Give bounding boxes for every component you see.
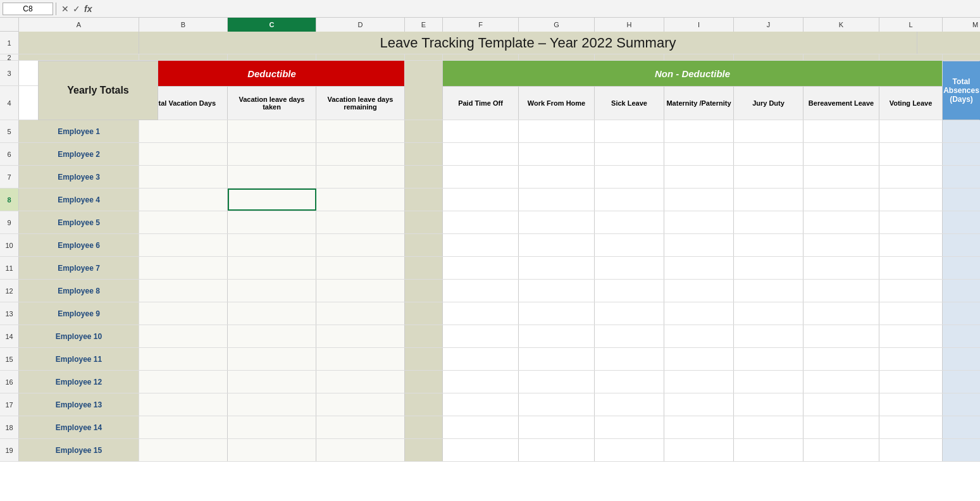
cell-h9[interactable] — [595, 211, 664, 233]
cell-c5[interactable] — [228, 120, 316, 142]
cell-i7[interactable] — [664, 166, 734, 188]
confirm-icon[interactable]: ✓ — [73, 4, 80, 14]
cell-d10[interactable] — [316, 234, 405, 256]
cell-e7[interactable] — [405, 166, 443, 188]
cell-g14[interactable] — [519, 325, 595, 347]
cell-i9[interactable] — [664, 211, 734, 233]
cell-g9[interactable] — [519, 211, 595, 233]
cell-m5[interactable] — [943, 120, 980, 142]
cell-i18[interactable] — [664, 416, 734, 438]
cell-b18[interactable] — [139, 416, 228, 438]
cell-m14[interactable] — [943, 325, 980, 347]
cell-h7[interactable] — [595, 166, 664, 188]
subheader-vacation-leave-taken[interactable]: Vacation leave days taken — [228, 86, 316, 120]
cell-i14[interactable] — [664, 325, 734, 347]
cell-g2[interactable] — [519, 54, 595, 60]
cell-j7[interactable] — [734, 166, 803, 188]
cell-j14[interactable] — [734, 325, 803, 347]
cell-h2[interactable] — [595, 54, 664, 60]
cell-i13[interactable] — [664, 302, 734, 325]
cell-b9[interactable] — [139, 211, 228, 233]
cell-m19[interactable] — [943, 439, 980, 461]
cell-b6[interactable] — [139, 143, 228, 165]
cell-d16[interactable] — [316, 371, 405, 393]
cell-k5[interactable] — [803, 120, 879, 142]
cell-b5[interactable] — [139, 120, 228, 142]
cell-f10[interactable] — [443, 234, 519, 256]
cell-j5[interactable] — [734, 120, 803, 142]
subheader-maternity-paternity[interactable]: Maternity /Paternity — [664, 86, 734, 120]
cell-d9[interactable] — [316, 211, 405, 233]
cell-f5[interactable] — [443, 120, 519, 142]
cell-d15[interactable] — [316, 348, 405, 370]
cell-k9[interactable] — [803, 211, 879, 233]
cell-j2[interactable] — [734, 54, 803, 60]
employee-8-cell[interactable]: Employee 8 — [19, 280, 139, 302]
cell-i17[interactable] — [664, 393, 734, 416]
subheader-bereavement-leave[interactable]: Bereavement Leave — [803, 86, 879, 120]
cell-e9[interactable] — [405, 211, 443, 233]
cell-g13[interactable] — [519, 302, 595, 325]
cell-j16[interactable] — [734, 371, 803, 393]
cell-j10[interactable] — [734, 234, 803, 256]
subheader-vacation-leave-remaining[interactable]: Vacation leave days remaining — [316, 86, 405, 120]
cell-d7[interactable] — [316, 166, 405, 188]
cell-d19[interactable] — [316, 439, 405, 461]
cell-l2[interactable] — [879, 54, 943, 60]
col-header-g[interactable]: G — [519, 18, 595, 32]
cell-h6[interactable] — [595, 143, 664, 165]
cell-b2[interactable] — [139, 54, 228, 60]
cell-k8[interactable] — [803, 189, 879, 211]
cell-e19[interactable] — [405, 439, 443, 461]
cell-c8[interactable] — [228, 189, 316, 211]
cell-f8[interactable] — [443, 189, 519, 211]
cell-k10[interactable] — [803, 234, 879, 256]
cell-e4[interactable] — [405, 86, 443, 120]
cell-l5[interactable] — [879, 120, 943, 142]
cell-a1[interactable] — [19, 32, 139, 54]
cell-l6[interactable] — [879, 143, 943, 165]
cell-e18[interactable] — [405, 416, 443, 438]
cell-m12[interactable] — [943, 280, 980, 302]
cell-j13[interactable] — [734, 302, 803, 325]
function-icon[interactable]: fx — [84, 4, 92, 14]
cell-e8[interactable] — [405, 189, 443, 211]
cell-d17[interactable] — [316, 393, 405, 416]
employee-1-cell[interactable]: Employee 1 — [19, 120, 139, 142]
cell-f19[interactable] — [443, 439, 519, 461]
cell-k12[interactable] — [803, 280, 879, 302]
cell-g15[interactable] — [519, 348, 595, 370]
cell-d13[interactable] — [316, 302, 405, 325]
cell-reference-box[interactable]: C8 — [3, 3, 53, 15]
cell-e14[interactable] — [405, 325, 443, 347]
col-header-m[interactable]: M — [943, 18, 980, 32]
cell-c14[interactable] — [228, 325, 316, 347]
cell-g10[interactable] — [519, 234, 595, 256]
cell-h10[interactable] — [595, 234, 664, 256]
employee-5-cell[interactable]: Employee 5 — [19, 211, 139, 233]
cell-c16[interactable] — [228, 371, 316, 393]
col-header-i[interactable]: I — [664, 18, 734, 32]
cell-c6[interactable] — [228, 143, 316, 165]
cell-b13[interactable] — [139, 302, 228, 325]
cell-j11[interactable] — [734, 257, 803, 279]
cell-f17[interactable] — [443, 393, 519, 416]
cell-k16[interactable] — [803, 371, 879, 393]
subheader-jury-duty[interactable]: Jury Duty — [734, 86, 803, 120]
cell-k17[interactable] — [803, 393, 879, 416]
cell-k13[interactable] — [803, 302, 879, 325]
cell-c9[interactable] — [228, 211, 316, 233]
cell-m9[interactable] — [943, 211, 980, 233]
col-header-a[interactable]: A — [19, 18, 139, 32]
cell-b10[interactable] — [139, 234, 228, 256]
cell-d14[interactable] — [316, 325, 405, 347]
cell-j18[interactable] — [734, 416, 803, 438]
subheader-voting-leave[interactable]: Voting Leave — [879, 86, 943, 120]
cell-h5[interactable] — [595, 120, 664, 142]
cell-j15[interactable] — [734, 348, 803, 370]
col-header-j[interactable]: J — [734, 18, 803, 32]
cell-k19[interactable] — [803, 439, 879, 461]
cell-e3[interactable] — [405, 61, 443, 86]
cell-l8[interactable] — [879, 189, 943, 211]
cell-h14[interactable] — [595, 325, 664, 347]
